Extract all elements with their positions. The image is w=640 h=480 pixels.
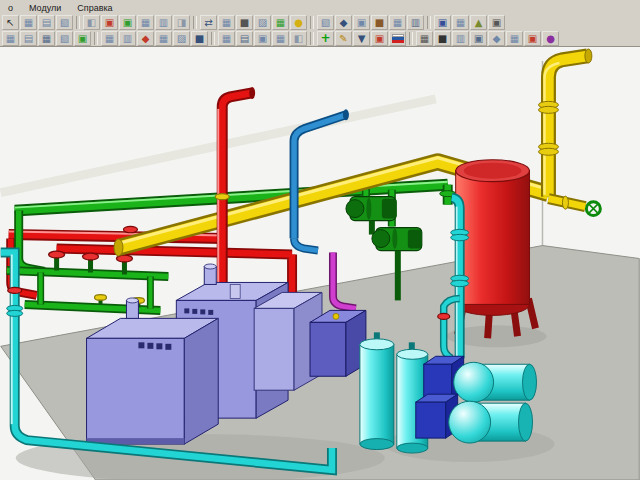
icon-equip-box-8[interactable]: ▨ bbox=[173, 31, 190, 46]
icon-equip-box-13[interactable]: ◧ bbox=[290, 31, 307, 46]
icon-green-fitting[interactable]: ▣ bbox=[119, 15, 136, 30]
icon-dark-box-1[interactable]: ▦ bbox=[416, 31, 433, 46]
icon-equip-box-7[interactable]: ▦ bbox=[155, 31, 172, 46]
icon-red-diamond-valve[interactable]: ◆ bbox=[137, 31, 154, 46]
icon-equip-box-11[interactable]: ▣ bbox=[254, 31, 271, 46]
icon-triangle-tool[interactable]: ▲ bbox=[470, 15, 487, 30]
toolbar-row-2: ▦▤▦▧▣▦▥◆▦▨■▦▤▣▦◧+✎▼▣▦■▥▣◆▦▣● bbox=[0, 30, 640, 46]
icon-component-box-12[interactable]: ▦ bbox=[389, 15, 406, 30]
icon-component-box-4[interactable]: ◧ bbox=[83, 15, 100, 30]
icon-red-marker[interactable]: ▣ bbox=[371, 31, 388, 46]
icon-green-pump[interactable]: ▣ bbox=[74, 31, 91, 46]
toolbar-separator bbox=[76, 16, 80, 29]
icon-yellow-sphere[interactable]: ● bbox=[290, 15, 307, 30]
valve-handwheel-red bbox=[123, 226, 137, 232]
icon-component-box-3[interactable]: ▧ bbox=[56, 15, 73, 30]
toolbar-separator bbox=[409, 32, 413, 45]
menu-item-help[interactable]: Справка bbox=[77, 3, 112, 13]
icon-component-box-11[interactable]: ▣ bbox=[353, 15, 370, 30]
icon-equip-box-2[interactable]: ▤ bbox=[20, 31, 37, 46]
icon-equip-box-15[interactable]: ▣ bbox=[470, 31, 487, 46]
icon-component-box-5[interactable]: ▦ bbox=[137, 15, 154, 30]
icon-component-box-14[interactable]: ▦ bbox=[452, 15, 469, 30]
boiler-1[interactable] bbox=[87, 298, 219, 444]
valve-handwheel-red-right bbox=[438, 313, 450, 319]
toolbar-separator bbox=[310, 16, 314, 29]
valve-handwheel-red-cyan bbox=[8, 287, 22, 293]
icon-equip-box-12[interactable]: ▦ bbox=[272, 31, 289, 46]
toolbar-separator bbox=[310, 32, 314, 45]
flag-stripe-r bbox=[392, 40, 404, 43]
icon-add-green-plus[interactable]: + bbox=[317, 31, 334, 46]
icon-equip-box-1[interactable]: ▦ bbox=[2, 31, 19, 46]
icon-blue-fitting[interactable]: ▣ bbox=[434, 15, 451, 30]
icon-pencil-edit[interactable]: ✎ bbox=[335, 31, 352, 46]
icon-component-box-7[interactable]: ◨ bbox=[173, 15, 190, 30]
icon-component-box-8[interactable]: ▦ bbox=[218, 15, 235, 30]
icon-flag-ru[interactable] bbox=[389, 31, 406, 46]
icon-equip-box-6[interactable]: ▥ bbox=[119, 31, 136, 46]
icon-component-box-2[interactable]: ▤ bbox=[38, 15, 55, 30]
icon-equip-box-3[interactable]: ▦ bbox=[38, 31, 55, 46]
icon-purple-sphere[interactable]: ● bbox=[542, 31, 559, 46]
icon-component-box-9[interactable]: ▨ bbox=[254, 15, 271, 30]
vessel-cyan-column-1[interactable] bbox=[360, 332, 394, 449]
icon-gray-fitting[interactable]: ▣ bbox=[488, 15, 505, 30]
icon-equip-box-9[interactable]: ▦ bbox=[218, 31, 235, 46]
icon-component-box-10[interactable]: ▧ bbox=[317, 15, 334, 30]
menu-bar: оМодулиСправка bbox=[0, 0, 640, 14]
toolbar-separator bbox=[211, 32, 215, 45]
toolbar-separator bbox=[427, 16, 431, 29]
viewport-3d-model[interactable] bbox=[0, 46, 640, 480]
menu-item-modules[interactable]: Модули bbox=[29, 3, 61, 13]
icon-dark-box-2[interactable]: ■ bbox=[434, 31, 451, 46]
icon-dropdown-tool[interactable]: ▼ bbox=[353, 31, 370, 46]
icon-green-box[interactable]: ▦ bbox=[272, 15, 289, 30]
icon-dark-block[interactable]: ■ bbox=[236, 15, 253, 30]
icon-component-box-1[interactable]: ▦ bbox=[20, 15, 37, 30]
toolbar-separator bbox=[94, 32, 98, 45]
icon-swap-arrows[interactable]: ⇄ bbox=[200, 15, 217, 30]
valve-handwheel-green[interactable] bbox=[586, 202, 600, 216]
icon-equip-box-16[interactable]: ▦ bbox=[506, 31, 523, 46]
icon-red-part[interactable]: ▣ bbox=[524, 31, 541, 46]
menu-item-truncated[interactable]: о bbox=[8, 3, 13, 13]
icon-diamond-fitting[interactable]: ◆ bbox=[335, 15, 352, 30]
icon-component-box-13[interactable]: ▥ bbox=[407, 15, 424, 30]
valve-handwheel-yellow-riser bbox=[215, 194, 229, 200]
icon-blue-block[interactable]: ■ bbox=[191, 31, 208, 46]
icon-select-arrow[interactable]: ↖ bbox=[2, 15, 19, 30]
icon-diamond-part[interactable]: ◆ bbox=[488, 31, 505, 46]
icon-equip-box-5[interactable]: ▦ bbox=[101, 31, 118, 46]
icon-equip-box-4[interactable]: ▧ bbox=[56, 31, 73, 46]
icon-equip-box-10[interactable]: ▤ bbox=[236, 31, 253, 46]
icon-red-fitting[interactable]: ▣ bbox=[101, 15, 118, 30]
control-unit-blue[interactable] bbox=[310, 310, 366, 376]
toolbar-row-1: ↖▦▤▧◧▣▣▦▥◨⇄▦■▨▦●▧◆▣■▦▥▣▦▲▣ bbox=[0, 14, 640, 30]
icon-component-box-6[interactable]: ▥ bbox=[155, 15, 172, 30]
toolbar-separator bbox=[193, 16, 197, 29]
icon-brown-block[interactable]: ■ bbox=[371, 15, 388, 30]
icon-equip-box-14[interactable]: ▥ bbox=[452, 31, 469, 46]
